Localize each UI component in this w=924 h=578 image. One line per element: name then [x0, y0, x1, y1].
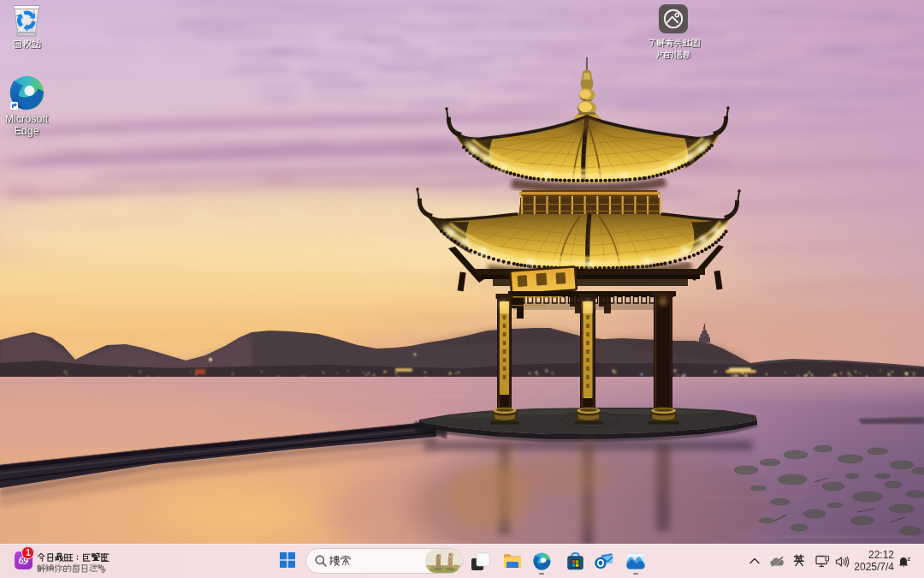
svg-text:z: z — [908, 556, 911, 562]
